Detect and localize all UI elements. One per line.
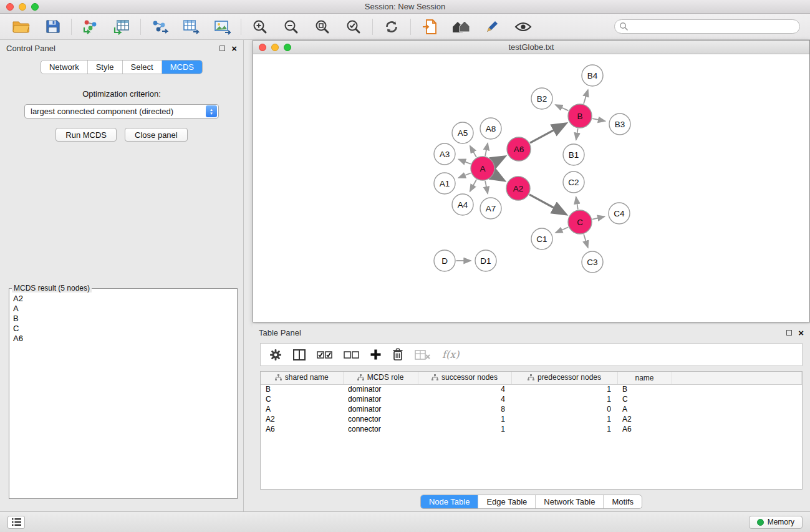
tab-network[interactable]: Network (41, 60, 88, 74)
close-panel-button[interactable]: Close panel (125, 128, 188, 142)
graph-edge-C-C1[interactable] (555, 227, 567, 233)
open-document-button[interactable] (418, 17, 441, 37)
table-row[interactable]: Bdominator41B (261, 384, 802, 394)
select-all-rows-button[interactable] (317, 350, 332, 360)
import-network-button[interactable] (79, 17, 102, 37)
graph-edge-A-A7[interactable] (485, 181, 488, 193)
table-cell[interactable]: 1 (418, 424, 511, 434)
table-row[interactable]: Cdominator41C (261, 394, 802, 404)
annotation-button[interactable] (481, 17, 503, 37)
save-session-button[interactable] (41, 17, 64, 37)
maximize-network-window-button[interactable] (284, 44, 291, 51)
table-settings-button[interactable] (269, 349, 282, 361)
graph-edge-A-A4[interactable] (470, 180, 476, 191)
table-cell[interactable]: dominator (343, 404, 418, 414)
graph-edge-C-C2[interactable] (576, 197, 577, 210)
run-mcds-button[interactable]: Run MCDS (55, 128, 117, 142)
mcds-result-list[interactable]: A2ABCA6 (9, 293, 237, 495)
zoom-fit-button[interactable] (311, 17, 334, 37)
table-cell[interactable]: A2 (617, 414, 672, 424)
table-cell[interactable]: 4 (418, 394, 511, 404)
graph-edge-B-B2[interactable] (555, 105, 568, 110)
apply-layout-button[interactable] (380, 17, 403, 37)
maximize-window-button[interactable] (31, 3, 39, 11)
export-network-button[interactable] (148, 17, 171, 37)
graph-edge-C-C4[interactable] (592, 216, 605, 219)
tab-node-table[interactable]: Node Table (421, 495, 479, 508)
table-cell[interactable]: connector (343, 414, 418, 424)
close-window-button[interactable] (6, 3, 14, 11)
function-builder-button[interactable]: f(x) (442, 349, 459, 360)
import-table-button[interactable] (110, 17, 133, 37)
mcds-result-item[interactable]: A (13, 304, 233, 314)
graph-edge-A2-C[interactable] (529, 195, 566, 215)
table-cell[interactable]: A2 (261, 414, 343, 424)
optimization-criterion-select[interactable]: largest connected component (directed) ▲… (24, 104, 219, 118)
table-row[interactable]: A2connector11A2 (261, 414, 802, 424)
float-panel-icon[interactable] (219, 46, 225, 51)
column-header-successor-nodes[interactable]: successor nodes (418, 372, 511, 384)
graph-edge-A-A8[interactable] (485, 143, 488, 156)
mcds-result-item[interactable]: A6 (13, 334, 233, 344)
graph-edge-A-A3[interactable] (458, 160, 470, 164)
table-cell[interactable]: A (261, 404, 343, 414)
table-cell[interactable]: A6 (617, 424, 672, 434)
export-image-button[interactable] (211, 17, 233, 37)
zoom-in-button[interactable] (249, 17, 271, 37)
minimize-window-button[interactable] (19, 3, 26, 11)
close-network-window-button[interactable] (259, 44, 266, 51)
table-cell[interactable]: A6 (261, 424, 343, 434)
tab-network-table[interactable]: Network Table (536, 495, 604, 508)
graph-edge-B-B1[interactable] (576, 128, 577, 140)
graph-edge-B-B3[interactable] (592, 118, 605, 121)
show-columns-button[interactable] (293, 349, 306, 360)
mcds-result-item[interactable]: B (13, 314, 233, 324)
graph-edge-A-A5[interactable] (470, 146, 476, 157)
tab-motifs[interactable]: Motifs (604, 495, 642, 508)
table-cell[interactable]: connector (343, 424, 418, 434)
table-cell[interactable]: 1 (511, 384, 617, 394)
tab-mcds[interactable]: MCDS (162, 60, 202, 74)
close-table-panel-icon[interactable]: × (798, 328, 804, 337)
deselect-all-rows-button[interactable] (344, 350, 359, 360)
column-header-predecessor-nodes[interactable]: predecessor nodes (511, 372, 617, 384)
column-header-name[interactable]: name (617, 372, 672, 384)
table-cell[interactable]: 0 (511, 404, 617, 414)
mcds-result-item[interactable]: A2 (13, 294, 233, 304)
memory-button[interactable]: Memory (749, 516, 803, 529)
network-window-titlebar[interactable]: testGlobe.txt (253, 41, 809, 54)
open-session-button[interactable] (10, 17, 32, 37)
graph-edge-C-C3[interactable] (584, 235, 588, 248)
graph-edge-A-A6[interactable] (494, 157, 504, 162)
graph-edge-A6-B[interactable] (530, 123, 566, 143)
table-cell[interactable]: 4 (418, 384, 511, 394)
table-cell[interactable]: 1 (511, 424, 617, 434)
table-cell[interactable]: C (261, 394, 343, 404)
float-table-panel-icon[interactable] (786, 330, 792, 336)
search-input[interactable] (614, 19, 800, 34)
home-button[interactable] (450, 17, 472, 37)
add-column-button[interactable] (370, 349, 381, 360)
table-cell[interactable]: 8 (418, 404, 511, 414)
zoom-selected-button[interactable] (342, 17, 365, 37)
graph-edge-B-B4[interactable] (584, 90, 588, 104)
table-row[interactable]: Adominator80A (261, 404, 802, 414)
show-hide-button[interactable] (512, 17, 534, 37)
column-header-shared-name[interactable]: shared name (261, 372, 343, 384)
export-table-button[interactable] (180, 17, 202, 37)
table-cell[interactable]: 1 (511, 414, 617, 424)
table-cell[interactable]: dominator (343, 384, 418, 394)
network-graph[interactable]: B4B2BB3A5A8A6A3B1AC2A1A2A4A7C4CC1DD1C3 (254, 54, 809, 320)
tab-style[interactable]: Style (88, 60, 123, 74)
table-cell[interactable]: B (617, 384, 672, 394)
table-cell[interactable]: dominator (343, 394, 418, 404)
tab-select[interactable]: Select (123, 60, 162, 74)
delete-column-button[interactable] (392, 348, 403, 361)
graph-edge-A-A1[interactable] (458, 173, 471, 178)
column-header-mcds-role[interactable]: MCDS role (343, 372, 418, 384)
zoom-out-button[interactable] (280, 17, 302, 37)
task-history-button[interactable] (7, 516, 25, 529)
delete-table-button[interactable] (415, 349, 431, 360)
minimize-network-window-button[interactable] (271, 44, 279, 51)
table-cell[interactable]: 1 (511, 394, 617, 404)
